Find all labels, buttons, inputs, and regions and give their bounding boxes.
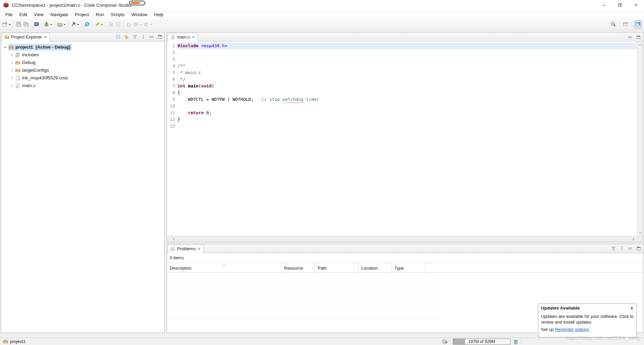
new-wizard-button[interactable] xyxy=(1,20,12,28)
dropdown-arrow-icon[interactable] xyxy=(77,24,79,26)
scroll-down-icon[interactable] xyxy=(638,230,643,235)
collapse-all-button[interactable] xyxy=(115,34,121,40)
minimize-button[interactable] xyxy=(628,246,633,251)
project-icon: ccs xyxy=(3,339,8,344)
tree-item-includes[interactable]: hIncludes xyxy=(1,51,164,59)
menu-window[interactable]: Window xyxy=(128,11,151,18)
menu-help[interactable]: Help xyxy=(151,11,167,18)
debug-button[interactable] xyxy=(43,20,53,28)
expander-collapsed-icon[interactable] xyxy=(10,75,15,81)
updates-popup: Updates Available x Updates are availabl… xyxy=(538,303,637,337)
project-explorer-icon xyxy=(4,34,9,40)
view-menu-button[interactable] xyxy=(619,246,625,251)
tree-item-debug[interactable]: Debug xyxy=(1,59,164,66)
scroll-right-icon[interactable] xyxy=(631,236,636,242)
restore-button[interactable] xyxy=(612,0,628,10)
title-bar: CCSworkspace1 - project1/main.c - Code C… xyxy=(0,0,644,10)
column-header-location[interactable]: Location xyxy=(359,263,392,272)
tab-main-c[interactable]: c main.c xyxy=(168,33,198,42)
view-menu-button[interactable] xyxy=(141,34,146,40)
target-monitor-button[interactable] xyxy=(33,20,40,28)
status-bar: ccs project1 197M of 929M xyxy=(0,338,644,345)
reminder-options-link[interactable]: Reminder options xyxy=(555,327,589,332)
ccs-edit-perspective-button[interactable] xyxy=(634,20,642,28)
expander-expanded-icon[interactable] xyxy=(3,45,8,50)
expander-collapsed-icon[interactable] xyxy=(10,60,15,65)
expander-collapsed-icon[interactable] xyxy=(10,52,15,58)
menu-view[interactable]: View xyxy=(31,11,47,18)
toolbar-separator xyxy=(41,21,42,27)
toolbar-divider xyxy=(632,21,632,28)
c-file-icon: c xyxy=(15,83,21,88)
column-label: Location xyxy=(361,266,378,271)
code-editor[interactable]: 1#include <msp430.h>234/**5 * main.c6 */… xyxy=(167,42,637,236)
line-number: 10 xyxy=(167,103,177,110)
problems-table-body xyxy=(167,273,437,329)
menu-edit[interactable]: Edit xyxy=(16,11,31,18)
filter-button[interactable] xyxy=(132,34,138,40)
dropdown-arrow-icon[interactable] xyxy=(64,24,66,26)
table-row xyxy=(167,282,437,291)
search-button[interactable] xyxy=(609,20,617,28)
dropdown-arrow-icon[interactable] xyxy=(9,24,11,26)
tree-item-project1[interactable]: ccsproject1 [Active - Debug] xyxy=(1,43,164,51)
column-header-path[interactable]: Path xyxy=(315,263,359,272)
column-label: Type xyxy=(394,266,404,271)
menu-navigate[interactable]: Navigate xyxy=(47,11,71,18)
popup-close-icon[interactable]: x xyxy=(630,306,634,310)
tree-item-label: targetConfigs xyxy=(22,68,49,73)
close-icon[interactable] xyxy=(44,35,47,39)
tab-project-explorer[interactable]: Project Explorer xyxy=(2,33,50,42)
tree-item-targetconfigs[interactable]: targetConfigs xyxy=(1,66,164,74)
menu-run[interactable]: Run xyxy=(92,11,107,18)
minimize-button[interactable] xyxy=(596,0,612,10)
maximize-button[interactable] xyxy=(157,34,163,40)
scroll-up-icon[interactable] xyxy=(638,42,643,48)
maximize-button[interactable] xyxy=(636,246,641,251)
expander-collapsed-icon[interactable] xyxy=(10,83,15,88)
flash-button[interactable] xyxy=(56,20,67,28)
code-text: WDTCTL = WDTPW | WDTHOLD; // stop watchd… xyxy=(177,96,637,103)
horizontal-scrollbar[interactable] xyxy=(167,236,637,242)
filter-button[interactable] xyxy=(611,246,616,251)
dropdown-arrow-icon[interactable] xyxy=(140,24,142,26)
tree-item-content: targetConfigs xyxy=(15,67,50,74)
line-number: 1 xyxy=(167,43,177,49)
dropdown-arrow-icon[interactable] xyxy=(50,24,52,26)
close-icon[interactable] xyxy=(197,247,201,251)
link-with-editor-button[interactable] xyxy=(124,34,129,40)
scroll-left-icon[interactable] xyxy=(171,236,176,242)
tab-problems[interactable]: Problems xyxy=(168,245,204,253)
code-text: } xyxy=(177,116,637,123)
pen-button[interactable] xyxy=(94,20,104,28)
console-icon[interactable] xyxy=(442,339,448,345)
garbage-collect-icon[interactable] xyxy=(513,339,519,345)
column-header-resource[interactable]: Resource xyxy=(281,263,315,272)
separator xyxy=(450,339,450,344)
scope-button[interactable] xyxy=(83,20,91,28)
updates-popup-setup: Set up Reminder options xyxy=(538,325,636,332)
minimize-button[interactable] xyxy=(149,34,154,40)
vertical-scrollbar[interactable] xyxy=(637,42,643,236)
code-line-6: 6 */ xyxy=(167,76,637,83)
close-icon[interactable] xyxy=(192,35,195,39)
menu-scripts[interactable]: Scripts xyxy=(107,11,128,18)
toolbar-separator xyxy=(55,21,55,27)
dropdown-arrow-icon[interactable] xyxy=(101,24,103,26)
minimize-view-icon[interactable] xyxy=(628,35,633,40)
menu-file[interactable]: File xyxy=(2,11,16,18)
expander-collapsed-icon[interactable] xyxy=(10,68,15,73)
open-perspective-button[interactable] xyxy=(622,20,629,28)
code-text xyxy=(177,49,637,56)
column-header-description[interactable]: Description xyxy=(167,263,281,272)
dropdown-arrow-icon[interactable] xyxy=(150,24,152,26)
column-header-type[interactable]: Type xyxy=(392,263,425,272)
menu-project[interactable]: Project xyxy=(71,11,92,18)
close-button[interactable] xyxy=(628,0,644,10)
build-button[interactable] xyxy=(70,20,80,28)
maximize-view-icon[interactable] xyxy=(636,35,641,40)
tree-item-lnk_msp430f5529.cmd[interactable]: lnk_msp430f5529.cmd xyxy=(1,74,164,82)
tree-item-label: main.c xyxy=(22,83,36,88)
tree-item-main.c[interactable]: cmain.c xyxy=(1,82,164,89)
menu-bar: FileEditViewNavigateProjectRunScriptsWin… xyxy=(0,10,644,19)
